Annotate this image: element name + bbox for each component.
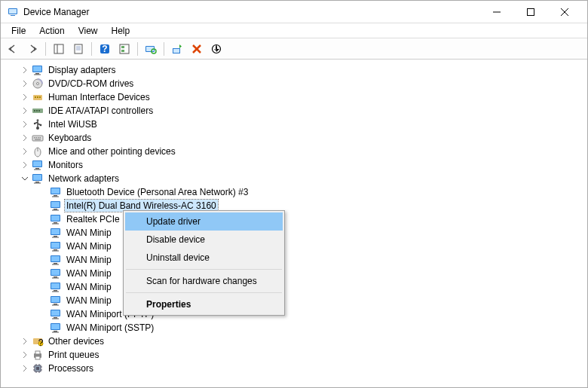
printer-icon (32, 349, 44, 361)
svg-rect-49 (35, 139, 41, 140)
context-menu: Update driverDisable deviceUninstall dev… (123, 210, 285, 316)
update-driver-button[interactable] (168, 41, 186, 57)
svg-rect-69 (51, 215, 60, 221)
tree-device[interactable]: Realtek PCIe (8, 212, 586, 226)
tree-category[interactable]: Human Interface Devices (8, 90, 586, 104)
device-tree[interactable]: Display adaptersDVD/CD-ROM drivesHuman I… (2, 60, 586, 386)
tree-category[interactable]: DVD/CD-ROM drives (8, 77, 586, 90)
chevron-right-icon[interactable] (20, 78, 30, 89)
svg-rect-71 (52, 224, 59, 225)
chevron-right-icon[interactable] (20, 105, 30, 116)
tree-category[interactable]: Keyboards (8, 131, 586, 145)
menu-help[interactable]: Help (106, 24, 136, 38)
svg-rect-65 (51, 202, 60, 207)
category-label: Print queues (47, 349, 100, 361)
tree-category[interactable]: Print queues (8, 348, 586, 362)
tree-device[interactable]: WAN Miniport (PPTP) (8, 307, 586, 321)
keyboard-icon (32, 132, 44, 144)
chevron-right-icon[interactable] (20, 363, 30, 374)
tree-category[interactable]: IDE ATA/ATAPI controllers (8, 104, 586, 118)
chevron-down-icon[interactable] (20, 173, 30, 184)
tree-device[interactable]: WAN Miniport (SSTP) (8, 321, 586, 335)
chevron-right-icon[interactable] (20, 92, 30, 102)
chevron-right-icon[interactable] (20, 65, 30, 75)
tree-category[interactable]: Processors (8, 362, 586, 375)
svg-rect-47 (38, 137, 39, 139)
svg-rect-95 (52, 305, 59, 306)
svg-rect-75 (52, 237, 59, 238)
usb-icon (32, 118, 44, 130)
svg-rect-54 (35, 168, 39, 170)
svg-rect-58 (35, 182, 39, 183)
network-adapter-icon (50, 254, 62, 266)
chevron-right-icon[interactable] (20, 146, 30, 157)
minimize-button[interactable] (479, 1, 513, 23)
svg-rect-39 (36, 110, 38, 112)
svg-rect-46 (36, 137, 38, 139)
show-hide-console-tree-button[interactable] (50, 41, 68, 57)
action-button[interactable] (115, 41, 133, 57)
svg-rect-90 (54, 290, 57, 292)
svg-rect-103 (52, 332, 59, 333)
context-menu-item[interactable]: Update driver (125, 212, 283, 231)
context-menu-item[interactable]: Disable device (125, 231, 283, 249)
tree-category[interactable]: ?Other devices (8, 335, 586, 348)
svg-rect-62 (54, 195, 57, 197)
close-button[interactable] (547, 1, 581, 23)
network-adapter-icon (50, 186, 62, 198)
svg-rect-85 (51, 270, 60, 275)
svg-rect-34 (35, 96, 36, 98)
svg-rect-87 (52, 278, 59, 279)
tree-device[interactable]: WAN Minip (8, 294, 586, 307)
tree-device[interactable]: Intel(R) Dual Band Wireless-AC 3160 (8, 199, 586, 212)
context-menu-item[interactable]: Uninstall device (125, 249, 283, 267)
tree-category[interactable]: Display adapters (8, 63, 586, 77)
tree-device[interactable]: WAN Minip (8, 226, 586, 240)
svg-rect-98 (54, 317, 57, 319)
svg-rect-67 (52, 210, 59, 211)
network-adapter-icon (50, 308, 62, 320)
tree-device[interactable]: WAN Minip (8, 280, 586, 294)
forward-button[interactable] (23, 41, 41, 57)
maximize-button[interactable] (513, 1, 547, 23)
tree-category[interactable]: Monitors (8, 158, 586, 172)
svg-rect-48 (40, 137, 41, 139)
scan-hardware-button[interactable] (142, 41, 160, 57)
back-button[interactable] (4, 41, 22, 57)
tree-category[interactable]: Intel WiUSB (8, 118, 586, 131)
context-menu-item[interactable]: Properties (125, 295, 283, 313)
network-adapter-icon (50, 295, 62, 307)
tree-device[interactable]: WAN Minip (8, 253, 586, 267)
chevron-right-icon[interactable] (20, 133, 30, 143)
chevron-right-icon[interactable] (20, 160, 30, 170)
category-label: Mice and other pointing devices (47, 145, 177, 157)
svg-rect-89 (51, 283, 60, 289)
svg-rect-111 (36, 367, 39, 370)
uninstall-button[interactable] (188, 41, 206, 57)
tree-category[interactable]: Mice and other pointing devices (8, 145, 586, 158)
toolbar-separator (91, 42, 92, 56)
category-label: Monitors (47, 159, 84, 171)
help-button[interactable]: ? (96, 41, 114, 57)
svg-rect-4 (527, 8, 534, 15)
tree-category[interactable]: Network adapters (8, 172, 586, 185)
menu-view[interactable]: View (72, 24, 104, 38)
chevron-right-icon[interactable] (20, 119, 30, 130)
chevron-right-icon[interactable] (20, 350, 30, 360)
tree-device[interactable]: WAN Minip (8, 267, 586, 280)
context-menu-item[interactable]: Scan for hardware changes (125, 272, 283, 290)
menu-file[interactable]: File (5, 24, 32, 38)
svg-rect-59 (34, 183, 41, 184)
svg-rect-108 (35, 351, 40, 354)
properties-button[interactable] (69, 41, 87, 57)
svg-rect-86 (54, 276, 57, 278)
svg-point-32 (37, 83, 39, 85)
tree-device[interactable]: WAN Minip (8, 240, 586, 253)
tree-device[interactable]: Bluetooth Device (Personal Area Network)… (8, 185, 586, 199)
disable-button[interactable] (207, 41, 225, 57)
menu-action[interactable]: Action (33, 24, 70, 38)
svg-rect-1 (11, 15, 15, 16)
svg-rect-38 (34, 110, 35, 112)
window-title: Device Manager (23, 7, 479, 17)
chevron-right-icon[interactable] (20, 336, 30, 347)
